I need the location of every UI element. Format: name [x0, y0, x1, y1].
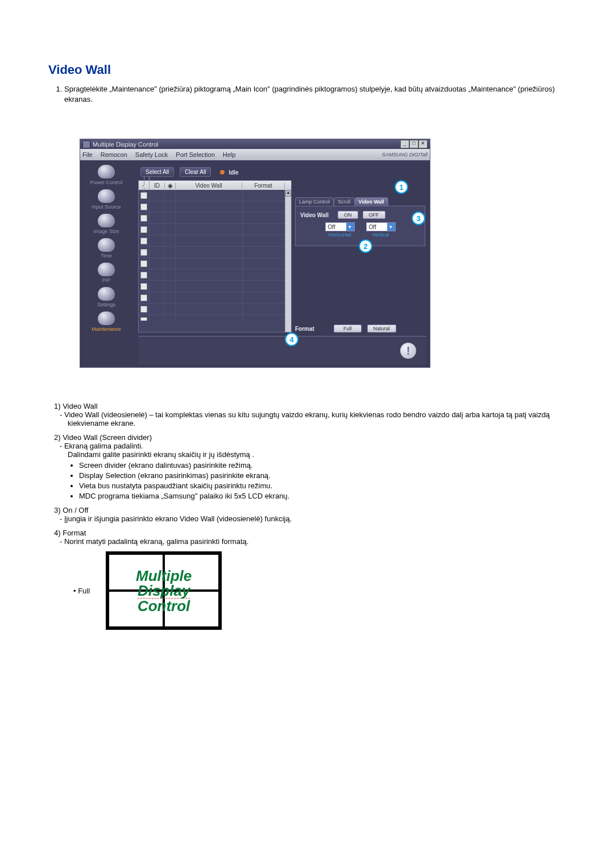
menu-remocon[interactable]: Remocon — [101, 151, 127, 158]
scroll-up-icon[interactable]: ▲ — [285, 190, 291, 197]
checkbox-icon[interactable] — [140, 260, 147, 267]
chevron-down-icon[interactable]: ▾ — [346, 223, 354, 231]
item-head: On / Off — [63, 506, 88, 514]
on-button[interactable]: ON — [338, 211, 358, 219]
checkbox-icon[interactable] — [140, 215, 147, 222]
checkbox-icon[interactable] — [140, 317, 147, 321]
close-icon[interactable]: ✕ — [418, 140, 428, 148]
tab-lamp-control[interactable]: Lamp Control — [295, 197, 334, 206]
tab-scroll[interactable]: Scroll — [334, 197, 355, 206]
horizontal-select[interactable]: Off ▾ — [325, 222, 355, 231]
checkbox-icon[interactable] — [140, 306, 147, 313]
sidebar-item-label: PIP — [102, 277, 111, 283]
window-title: Multiple Display Control — [93, 141, 159, 148]
sidebar-item-power-control[interactable]: Power Control — [90, 165, 122, 185]
sidebar-item-settings[interactable]: Settings — [97, 287, 116, 308]
explain-item-4: 4) Format Norint matyti padalintą ekraną… — [48, 529, 566, 546]
app-window: Multiple Display Control _ □ ✕ File Remo… — [80, 139, 430, 368]
table-row[interactable] — [139, 213, 291, 224]
item-dash: Įjungia ir išjungia pasirinkto ekrano Vi… — [54, 514, 566, 523]
grid-header-id[interactable]: ID — [150, 182, 165, 189]
item-dash: Video Wall (videosienelė) – tai komplekt… — [54, 410, 566, 427]
checkbox-icon[interactable] — [140, 272, 147, 279]
item-head: Video Wall — [63, 402, 97, 410]
menu-file[interactable]: File — [82, 151, 93, 158]
sidebar-item-image-size[interactable]: Image Size — [93, 214, 119, 234]
item-head: Video Wall (Screen divider) — [63, 433, 152, 442]
checkbox-icon[interactable] — [140, 238, 147, 244]
table-row[interactable] — [139, 247, 291, 258]
grid-header-status-icon[interactable]: ◉ — [165, 182, 176, 189]
full-button[interactable]: Full — [334, 325, 362, 333]
table-row[interactable] — [139, 258, 291, 269]
off-button[interactable]: OFF — [363, 211, 385, 219]
item-head: Format — [63, 529, 86, 537]
menu-safety-lock[interactable]: Safety Lock — [135, 151, 168, 158]
sidebar-item-time[interactable]: Time — [98, 238, 115, 259]
intro-item: Spragtelėkite „Maintenance" (priežiūra) … — [64, 84, 566, 105]
explain-item-1: 1) Video Wall Video Wall (videosienelė) … — [48, 402, 566, 427]
maintenance-icon — [98, 312, 115, 325]
toolbar: Select All Clear All Idle — [132, 164, 430, 180]
menu-help[interactable]: Help — [223, 151, 236, 158]
content-area: Select All Clear All Idle ID — [132, 160, 430, 367]
explain-item-3: 3) On / Off Įjungia ir išjungia pasirink… — [48, 506, 566, 523]
vertical-select[interactable]: Off ▾ — [366, 222, 396, 231]
bullet-item: Vieta bus nustatyta paspaudžiant skaičių… — [79, 481, 566, 490]
annotation-2: 2 — [359, 239, 372, 253]
mdc-line-1: Multiple — [136, 568, 192, 583]
item-number: 2) — [54, 433, 61, 442]
scrollbar[interactable]: ▲ — [285, 190, 291, 332]
chevron-down-icon[interactable]: ▾ — [387, 223, 395, 231]
power-icon — [98, 165, 115, 178]
table-row[interactable] — [139, 224, 291, 235]
clear-all-button[interactable]: Clear All — [180, 167, 211, 177]
bullet-list: Screen divider (ekrano dalintuvas) pasir… — [71, 461, 566, 500]
mdc-line-2: Display — [138, 583, 190, 599]
item-number: 4) — [54, 529, 61, 537]
table-row[interactable] — [139, 315, 291, 321]
table-row[interactable] — [139, 292, 291, 304]
grid-header-format[interactable]: Format — [242, 182, 285, 189]
table-row[interactable] — [139, 304, 291, 315]
app-body: Power Control Input Source Image Size Ti… — [80, 160, 430, 367]
explain-item-2: 2) Video Wall (Screen divider) Ekraną ga… — [48, 433, 566, 500]
maximize-icon[interactable]: □ — [409, 140, 418, 148]
natural-button[interactable]: Natural — [367, 325, 396, 333]
pip-icon — [98, 263, 115, 276]
table-row[interactable] — [139, 269, 291, 281]
checkbox-icon[interactable] — [140, 294, 147, 301]
sidebar-item-maintenance[interactable]: Maintenance — [92, 312, 121, 332]
vertical-caption: Vertical — [366, 232, 396, 238]
checkbox-icon[interactable] — [140, 249, 147, 256]
settings-icon — [98, 287, 115, 301]
sidebar-item-label: Maintenance — [92, 326, 121, 332]
checkbox-icon[interactable] — [140, 226, 147, 233]
checkbox-icon[interactable] — [140, 283, 147, 290]
table-row[interactable] — [139, 190, 291, 201]
sidebar-item-input-source[interactable]: Input Source — [92, 189, 121, 210]
select-all-button[interactable]: Select All — [140, 167, 174, 177]
minimize-icon[interactable]: _ — [400, 140, 409, 148]
mdc-line-3: Control — [138, 599, 190, 613]
sidebar-item-pip[interactable]: PIP — [98, 263, 115, 283]
table-row[interactable] — [139, 281, 291, 292]
horizontal-caption: Horizontal — [325, 232, 355, 238]
titlebar: Multiple Display Control _ □ ✕ — [80, 139, 430, 149]
sidebar-item-label: Input Source — [92, 204, 121, 210]
explanation-list: 1) Video Wall Video Wall (videosienelė) … — [48, 402, 566, 630]
tab-video-wall[interactable]: Video Wall — [355, 197, 388, 206]
status-bar: ! — [138, 336, 426, 365]
table-row[interactable] — [139, 235, 291, 247]
item-dash: Norint matyti padalintą ekraną, galima p… — [54, 537, 566, 546]
video-wall-label: Video Wall — [300, 212, 333, 218]
checkbox-icon[interactable] — [140, 192, 147, 199]
item-number: 1) — [54, 402, 61, 410]
checkbox-icon[interactable] — [140, 203, 147, 210]
menu-port-selection[interactable]: Port Selection — [176, 151, 214, 158]
time-icon — [98, 238, 115, 252]
status-dot-icon — [220, 170, 225, 175]
table-row[interactable] — [139, 201, 291, 213]
intro-list: Spragtelėkite „Maintenance" (priežiūra) … — [48, 84, 566, 105]
grid-header-video-wall[interactable]: Video Wall — [176, 182, 242, 189]
